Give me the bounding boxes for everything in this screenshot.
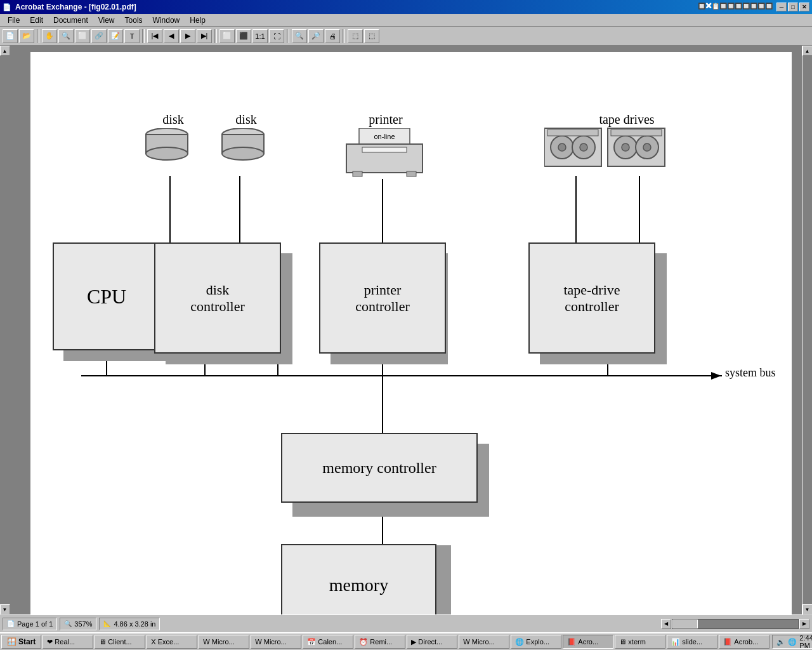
svg-rect-23 — [362, 147, 407, 152]
scroll-right-down[interactable]: ▼ — [802, 604, 813, 614]
taskbar-micro2[interactable]: WMicro... — [251, 635, 301, 649]
menu-file[interactable]: File — [3, 15, 25, 25]
scroll-right-up[interactable]: ▲ — [802, 46, 813, 56]
svg-rect-37 — [611, 129, 662, 136]
tb-full[interactable]: ⛶ — [269, 29, 284, 43]
tb-sep3 — [214, 29, 217, 43]
maximize-button[interactable]: □ — [788, 3, 798, 11]
tb-zoom[interactable]: 🔍 — [58, 29, 74, 43]
menu-tools[interactable]: Tools — [120, 15, 148, 25]
svg-rect-31 — [547, 129, 598, 136]
menu-window[interactable]: Window — [148, 15, 185, 25]
tb-sep1 — [37, 29, 39, 43]
taskbar-excel[interactable]: XExce... — [147, 635, 197, 649]
tb-search[interactable]: 🔎 — [308, 29, 324, 43]
svg-point-30 — [580, 143, 587, 151]
status-bar: 📄 Page 1 of 1 🔍 357% 📐 4.86 x 3.28 in ◀ … — [0, 614, 812, 632]
h-scroll-track[interactable] — [672, 619, 799, 629]
start-button[interactable]: 🪟 Start — [1, 635, 41, 649]
disk-controller-label: diskcontroller — [190, 282, 245, 315]
taskbar-acrob[interactable]: 📕Acrob... — [719, 635, 769, 649]
taskbar-micro3[interactable]: WMicro... — [459, 635, 509, 649]
zoom-status: 357% — [74, 620, 92, 628]
window-title: Acrobat Exchange - [fig02.01.pdf] — [15, 3, 698, 11]
tb-link[interactable]: 🔗 — [91, 29, 107, 43]
pdf-page: disk disk printer tape drives — [30, 52, 792, 614]
status-zoom: 🔍 357% — [60, 618, 96, 630]
scroll-down[interactable]: ▼ — [0, 604, 10, 614]
right-scrollbar[interactable]: ▲ ▼ — [802, 46, 812, 614]
h-scroll-right[interactable]: ▶ — [799, 619, 809, 629]
close-button[interactable]: ✕ — [799, 3, 809, 11]
memory-box: memory — [281, 544, 436, 614]
tb-select[interactable]: ⬜ — [75, 29, 90, 43]
tb-next[interactable]: ▶ — [180, 29, 195, 43]
taskbar-micro1[interactable]: WMicro... — [199, 635, 249, 649]
window-controls: 🔲🗙📋🔲🔲🔲🔲🔲🔲🔲 ─ □ ✕ — [698, 3, 809, 11]
menu-help[interactable]: Help — [185, 15, 211, 25]
svg-point-28 — [558, 143, 566, 151]
disk2-label: disk — [221, 112, 272, 127]
title-bar: 📄 Acrobat Exchange - [fig02.01.pdf] 🔲🗙📋🔲… — [0, 0, 812, 14]
taskbar-acro1[interactable]: 📕Acro... — [563, 635, 613, 649]
svg-rect-24 — [353, 171, 362, 176]
tb-hand[interactable]: ✋ — [42, 29, 57, 43]
scroll-up[interactable]: ▲ — [0, 46, 10, 56]
size-status: 4.86 x 3.28 in — [114, 620, 155, 628]
memory-controller-label: memory controller — [322, 460, 436, 477]
tb-fit-page[interactable]: ⬜ — [219, 29, 235, 43]
tb-first[interactable]: |◀ — [147, 29, 162, 43]
printer-label: printer — [354, 112, 417, 127]
svg-text:on-line: on-line — [374, 133, 395, 140]
tb-prev[interactable]: ◀ — [164, 29, 179, 43]
status-size: 📐 4.86 x 3.28 in — [99, 618, 160, 630]
tb-sep4 — [287, 29, 289, 43]
disk1-icon — [143, 128, 191, 166]
tb-extra1[interactable]: ⬚ — [348, 29, 363, 43]
memory-controller-box: memory controller — [281, 433, 478, 503]
scroll-track[interactable] — [0, 56, 10, 604]
menu-document[interactable]: Document — [48, 15, 93, 25]
tb-find[interactable]: 🔍 — [292, 29, 307, 43]
app-icon: 📄 — [3, 3, 11, 11]
tb-fit-width[interactable]: ⬛ — [236, 29, 251, 43]
menu-bar: File Edit Document View Tools Window Hel… — [0, 14, 812, 27]
tb-new[interactable]: 📄 — [3, 29, 18, 43]
tb-sep2 — [142, 29, 145, 43]
clock: 2:44 PM — [799, 634, 812, 649]
menu-edit[interactable]: Edit — [25, 15, 48, 25]
h-scroll-thumb[interactable] — [672, 620, 698, 628]
tb-actual[interactable]: 1:1 — [252, 29, 268, 43]
taskbar-direct[interactable]: ▶Direct... — [407, 635, 457, 649]
taskbar-remi[interactable]: ⏰Remi... — [355, 635, 405, 649]
taskbar-explo[interactable]: 🌐Explo... — [511, 635, 561, 649]
tb-last[interactable]: ▶| — [197, 29, 212, 43]
disk1-label: disk — [148, 112, 199, 127]
printer-icon: on-line — [343, 128, 426, 182]
taskbar-slide[interactable]: 📊slide... — [667, 635, 717, 649]
taskbar-client[interactable]: 🖥Client... — [95, 635, 145, 649]
h-scroll-left[interactable]: ◀ — [661, 619, 671, 629]
tape-drives-icon — [544, 125, 678, 175]
tape-controller-label: tape-drivecontroller — [563, 282, 620, 315]
system-tray: 🔊 🌐 2:44 PM — [772, 635, 812, 649]
tb-note[interactable]: 📝 — [108, 29, 123, 43]
cpu-label: CPU — [87, 285, 126, 308]
system-bus-label: system bus — [725, 366, 776, 380]
taskbar-calen[interactable]: 📅Calen... — [303, 635, 353, 649]
tb-text[interactable]: T — [124, 29, 140, 43]
memory-label: memory — [329, 575, 388, 595]
left-scrollbar[interactable]: ▲ ▼ — [0, 46, 10, 614]
menu-view[interactable]: View — [93, 15, 120, 25]
tb-open[interactable]: 📂 — [19, 29, 34, 43]
tb-print[interactable]: 🖨 — [325, 29, 340, 43]
minimize-button[interactable]: ─ — [776, 3, 787, 11]
taskbar-xterm[interactable]: 🖥xterm — [615, 635, 665, 649]
taskbar-real[interactable]: ❤Real... — [43, 635, 93, 649]
svg-point-34 — [622, 143, 629, 151]
svg-rect-25 — [407, 171, 416, 176]
printer-controller-label: printercontroller — [355, 282, 410, 315]
scroll-right-track[interactable] — [802, 56, 813, 604]
status-page: 📄 Page 1 of 1 — [3, 618, 57, 630]
tb-extra2[interactable]: ⬚ — [364, 29, 379, 43]
